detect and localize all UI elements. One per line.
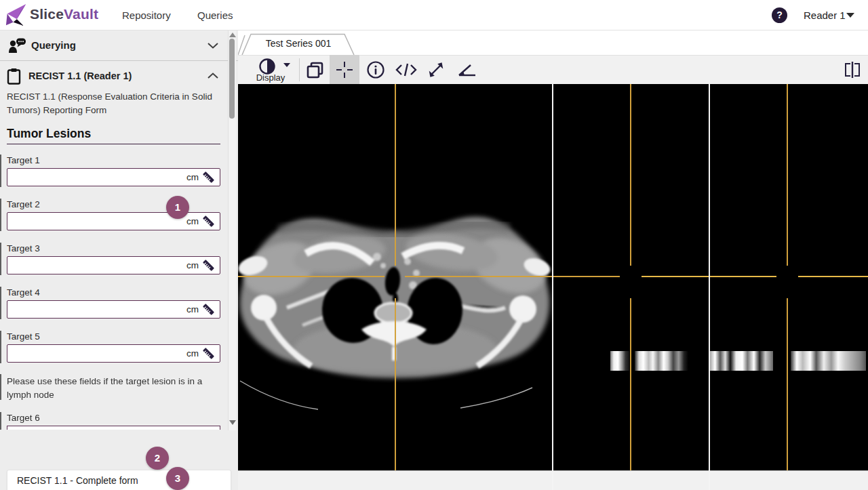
layers-icon	[305, 60, 326, 81]
layers-button[interactable]	[305, 60, 326, 81]
brand-vault: Vault	[64, 6, 98, 22]
target-4-unit: cm	[186, 304, 199, 314]
scroll-up-icon[interactable]	[229, 33, 236, 37]
crosshair-horizontal-line	[238, 276, 384, 277]
ct-strip	[610, 351, 629, 371]
crosshair-vertical-line	[630, 84, 631, 266]
viewport-mpr-2[interactable]	[710, 84, 868, 470]
nav-link-repository[interactable]: Repository	[122, 0, 171, 30]
querying-section-header[interactable]: Querying	[0, 30, 228, 61]
target-1-label: Target 1	[7, 155, 40, 165]
ruler-icon[interactable]	[202, 215, 215, 228]
sidebar: Querying RECIST 1.1 (Reader 1) RECIST 1.…	[0, 30, 238, 490]
recist-title: RECIST 1.1 (Reader 1)	[28, 70, 132, 81]
slicevault-logo-icon	[5, 3, 27, 28]
help-button[interactable]: ?	[772, 7, 787, 23]
display-label: Display	[248, 73, 293, 83]
crosshair-horizontal-line	[553, 276, 620, 277]
crosshair-vertical-line	[630, 298, 631, 470]
navbar: SliceVault Repository Queries ? Reader 1	[0, 0, 868, 30]
code-button[interactable]	[395, 62, 417, 78]
crosshair-horizontal-line	[709, 276, 776, 277]
ruler-icon[interactable]	[202, 347, 215, 360]
crosshairs-icon	[336, 61, 353, 79]
user-menu[interactable]: Reader 1	[804, 0, 846, 30]
target-2-unit: cm	[186, 216, 199, 226]
target-5-label: Target 5	[7, 331, 40, 342]
tab-test-series-001[interactable]: Test Series 001	[241, 33, 356, 55]
expand-button[interactable]	[427, 61, 445, 79]
code-icon	[395, 62, 417, 78]
field-tick	[0, 287, 1, 319]
ruler-icon[interactable]	[202, 303, 215, 316]
target-5-unit: cm	[186, 348, 199, 359]
expand-diagonal-icon	[427, 61, 445, 79]
field-tick	[0, 243, 1, 275]
ct-strip	[709, 351, 773, 371]
crosshair-horizontal-line	[405, 276, 552, 277]
brand-title: SliceVault	[30, 6, 98, 22]
chevron-down-icon	[208, 43, 218, 49]
querying-chat-icon	[8, 37, 26, 54]
viewport-separator	[709, 84, 710, 490]
scroll-down-icon[interactable]	[229, 420, 236, 425]
ruler-icon[interactable]	[202, 259, 215, 272]
divider	[0, 60, 238, 61]
nav-link-queries[interactable]: Queries	[197, 0, 233, 30]
chevron-down-icon	[283, 63, 290, 67]
field-tick	[0, 412, 1, 430]
annotation-badge-2: 2	[146, 447, 169, 470]
info-icon	[366, 60, 385, 79]
crosshair-vertical-line	[395, 84, 396, 266]
recist-description: RECIST 1.1 (Response Evaluation Criteria…	[7, 90, 222, 117]
lymph-node-note: Please use these fields if the target le…	[7, 375, 210, 402]
panel-toggle-button[interactable]	[843, 61, 862, 79]
tumor-lesions-heading: Tumor Lesions	[7, 127, 91, 141]
ct-strip	[635, 351, 688, 371]
tab-label: Test Series 001	[241, 38, 356, 49]
info-button[interactable]	[366, 60, 385, 79]
crosshair-horizontal-line	[642, 276, 709, 277]
crosshair-vertical-line	[787, 84, 788, 266]
field-tick	[0, 331, 1, 363]
crosshairs-button[interactable]	[330, 55, 359, 85]
ct-strip	[791, 351, 866, 371]
target-3-label: Target 3	[7, 243, 40, 253]
target-4-label: Target 4	[7, 287, 40, 298]
recist-complete-form-button[interactable]: RECIST 1.1 - Complete form	[7, 470, 231, 490]
viewport-separator	[552, 84, 553, 490]
field-tick	[0, 374, 1, 400]
brand-slice: Slice	[30, 6, 64, 22]
target-6-input-clipped[interactable]	[7, 426, 220, 430]
crosshair-vertical-line	[395, 298, 396, 470]
split-panel-icon	[843, 61, 862, 79]
field-tick	[0, 199, 1, 231]
angle-button[interactable]	[458, 62, 477, 77]
target-2-label: Target 2	[7, 199, 40, 209]
clipboard-icon	[7, 68, 21, 85]
toolbar-divider	[299, 58, 300, 81]
annotation-badge-3: 3	[166, 467, 189, 490]
target-6-label: Target 6	[7, 413, 40, 423]
field-tick	[0, 155, 1, 187]
recist-section-header[interactable]: RECIST 1.1 (Reader 1)	[0, 64, 228, 89]
querying-label: Querying	[31, 39, 76, 51]
sidebar-scrollbar-thumb[interactable]	[229, 39, 235, 119]
chevron-down-icon	[846, 13, 854, 18]
crosshair-vertical-line	[787, 298, 788, 470]
series-tab-bar: Test Series 001	[238, 30, 868, 55]
angle-icon	[458, 62, 477, 77]
display-button[interactable]: Display	[248, 56, 297, 84]
target-3-unit: cm	[186, 260, 199, 270]
heading-underline	[7, 144, 220, 144]
annotation-badge-1: 1	[166, 196, 189, 219]
target-1-unit: cm	[186, 172, 199, 182]
chevron-up-icon	[208, 73, 218, 79]
crosshair-horizontal-line	[798, 276, 868, 277]
slicevault-app: SliceVault Repository Queries ? Reader 1…	[0, 0, 868, 490]
ruler-icon[interactable]	[202, 171, 215, 184]
viewer-toolbar: Display	[238, 55, 868, 84]
